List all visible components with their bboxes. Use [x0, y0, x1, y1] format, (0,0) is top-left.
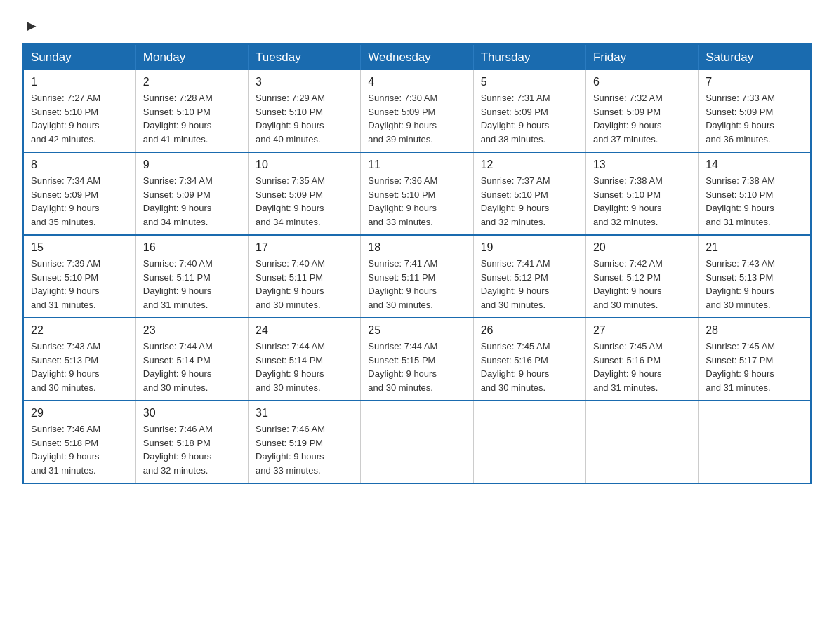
day-cell: 30Sunrise: 7:46 AMSunset: 5:18 PMDayligh…: [135, 401, 248, 483]
day-cell: 26Sunrise: 7:45 AMSunset: 5:16 PMDayligh…: [473, 318, 585, 401]
day-info: Sunrise: 7:44 AMSunset: 5:15 PMDaylight:…: [368, 340, 465, 394]
day-info: Sunrise: 7:45 AMSunset: 5:16 PMDaylight:…: [481, 340, 578, 394]
week-row-5: 29Sunrise: 7:46 AMSunset: 5:18 PMDayligh…: [23, 401, 811, 483]
day-cell: 16Sunrise: 7:40 AMSunset: 5:11 PMDayligh…: [135, 235, 248, 318]
day-cell: 7Sunrise: 7:33 AMSunset: 5:09 PMDaylight…: [699, 70, 811, 152]
day-number: 22: [31, 324, 128, 337]
header-cell-tuesday: Tuesday: [249, 44, 361, 70]
day-cell: [585, 401, 698, 483]
header-cell-sunday: Sunday: [23, 44, 135, 70]
day-info: Sunrise: 7:34 AMSunset: 5:09 PMDaylight:…: [143, 174, 241, 229]
day-number: 9: [143, 159, 241, 171]
header-cell-monday: Monday: [135, 44, 248, 70]
logo-text: ►: [22, 17, 39, 35]
day-cell: 15Sunrise: 7:39 AMSunset: 5:10 PMDayligh…: [23, 235, 135, 318]
day-number: 3: [256, 76, 353, 88]
day-info: Sunrise: 7:28 AMSunset: 5:10 PMDaylight:…: [143, 91, 241, 146]
day-cell: 29Sunrise: 7:46 AMSunset: 5:18 PMDayligh…: [23, 401, 135, 483]
day-info: Sunrise: 7:27 AMSunset: 5:10 PMDaylight:…: [31, 91, 128, 146]
day-info: Sunrise: 7:46 AMSunset: 5:18 PMDaylight:…: [31, 422, 128, 477]
day-cell: 14Sunrise: 7:38 AMSunset: 5:10 PMDayligh…: [699, 152, 811, 235]
day-cell: 1Sunrise: 7:27 AMSunset: 5:10 PMDaylight…: [23, 70, 135, 152]
day-info: Sunrise: 7:44 AMSunset: 5:14 PMDaylight:…: [143, 340, 241, 394]
day-number: 13: [593, 159, 691, 171]
day-info: Sunrise: 7:46 AMSunset: 5:19 PMDaylight:…: [256, 422, 353, 477]
day-info: Sunrise: 7:35 AMSunset: 5:09 PMDaylight:…: [256, 174, 353, 229]
day-info: Sunrise: 7:44 AMSunset: 5:14 PMDaylight:…: [256, 340, 353, 394]
day-cell: 24Sunrise: 7:44 AMSunset: 5:14 PMDayligh…: [249, 318, 361, 401]
day-number: 14: [706, 159, 803, 171]
day-info: Sunrise: 7:46 AMSunset: 5:18 PMDaylight:…: [143, 422, 241, 477]
day-info: Sunrise: 7:38 AMSunset: 5:10 PMDaylight:…: [593, 174, 691, 229]
day-number: 19: [481, 241, 578, 254]
day-info: Sunrise: 7:38 AMSunset: 5:10 PMDaylight:…: [706, 174, 803, 229]
day-number: 7: [706, 76, 803, 88]
day-number: 6: [593, 76, 691, 88]
day-number: 18: [368, 241, 465, 254]
day-number: 20: [593, 241, 691, 254]
day-cell: 21Sunrise: 7:43 AMSunset: 5:13 PMDayligh…: [699, 235, 811, 318]
day-info: Sunrise: 7:30 AMSunset: 5:09 PMDaylight:…: [368, 91, 465, 146]
day-cell: 28Sunrise: 7:45 AMSunset: 5:17 PMDayligh…: [699, 318, 811, 401]
day-cell: 25Sunrise: 7:44 AMSunset: 5:15 PMDayligh…: [361, 318, 473, 401]
day-number: 31: [256, 407, 353, 420]
day-number: 11: [368, 159, 465, 171]
day-info: Sunrise: 7:34 AMSunset: 5:09 PMDaylight:…: [31, 174, 128, 229]
header-row: SundayMondayTuesdayWednesdayThursdayFrid…: [23, 44, 811, 70]
day-number: 23: [143, 324, 241, 337]
day-cell: 2Sunrise: 7:28 AMSunset: 5:10 PMDaylight…: [135, 70, 248, 152]
day-cell: 5Sunrise: 7:31 AMSunset: 5:09 PMDaylight…: [473, 70, 585, 152]
day-cell: 22Sunrise: 7:43 AMSunset: 5:13 PMDayligh…: [23, 318, 135, 401]
header-cell-wednesday: Wednesday: [361, 44, 473, 70]
day-cell: [699, 401, 811, 483]
day-info: Sunrise: 7:29 AMSunset: 5:10 PMDaylight:…: [256, 91, 353, 146]
week-row-2: 8Sunrise: 7:34 AMSunset: 5:09 PMDaylight…: [23, 152, 811, 235]
day-number: 1: [31, 76, 128, 88]
day-number: 2: [143, 76, 241, 88]
day-number: 28: [706, 324, 803, 337]
week-row-3: 15Sunrise: 7:39 AMSunset: 5:10 PMDayligh…: [23, 235, 811, 318]
day-cell: 4Sunrise: 7:30 AMSunset: 5:09 PMDaylight…: [361, 70, 473, 152]
day-number: 29: [31, 407, 128, 420]
day-number: 8: [31, 159, 128, 171]
day-cell: 17Sunrise: 7:40 AMSunset: 5:11 PMDayligh…: [249, 235, 361, 318]
day-info: Sunrise: 7:41 AMSunset: 5:11 PMDaylight:…: [368, 257, 465, 311]
day-cell: 27Sunrise: 7:45 AMSunset: 5:16 PMDayligh…: [585, 318, 698, 401]
day-number: 5: [481, 76, 578, 88]
day-info: Sunrise: 7:45 AMSunset: 5:17 PMDaylight:…: [706, 340, 803, 394]
day-info: Sunrise: 7:40 AMSunset: 5:11 PMDaylight:…: [256, 257, 353, 311]
day-cell: 8Sunrise: 7:34 AMSunset: 5:09 PMDaylight…: [23, 152, 135, 235]
day-info: Sunrise: 7:41 AMSunset: 5:12 PMDaylight:…: [481, 257, 578, 311]
day-number: 21: [706, 241, 803, 254]
day-info: Sunrise: 7:31 AMSunset: 5:09 PMDaylight:…: [481, 91, 578, 146]
day-info: Sunrise: 7:42 AMSunset: 5:12 PMDaylight:…: [593, 257, 691, 311]
week-row-4: 22Sunrise: 7:43 AMSunset: 5:13 PMDayligh…: [23, 318, 811, 401]
day-cell: [361, 401, 473, 483]
day-cell: 9Sunrise: 7:34 AMSunset: 5:09 PMDaylight…: [135, 152, 248, 235]
day-cell: 11Sunrise: 7:36 AMSunset: 5:10 PMDayligh…: [361, 152, 473, 235]
day-cell: 13Sunrise: 7:38 AMSunset: 5:10 PMDayligh…: [585, 152, 698, 235]
day-cell: 3Sunrise: 7:29 AMSunset: 5:10 PMDaylight…: [249, 70, 361, 152]
day-info: Sunrise: 7:45 AMSunset: 5:16 PMDaylight:…: [593, 340, 691, 394]
day-cell: 10Sunrise: 7:35 AMSunset: 5:09 PMDayligh…: [249, 152, 361, 235]
day-cell: 18Sunrise: 7:41 AMSunset: 5:11 PMDayligh…: [361, 235, 473, 318]
day-cell: 12Sunrise: 7:37 AMSunset: 5:10 PMDayligh…: [473, 152, 585, 235]
day-number: 30: [143, 407, 241, 420]
day-number: 16: [143, 241, 241, 254]
day-cell: 19Sunrise: 7:41 AMSunset: 5:12 PMDayligh…: [473, 235, 585, 318]
day-number: 10: [256, 159, 353, 171]
day-info: Sunrise: 7:32 AMSunset: 5:09 PMDaylight:…: [593, 91, 691, 146]
day-cell: 20Sunrise: 7:42 AMSunset: 5:12 PMDayligh…: [585, 235, 698, 318]
week-row-1: 1Sunrise: 7:27 AMSunset: 5:10 PMDaylight…: [23, 70, 811, 152]
day-info: Sunrise: 7:36 AMSunset: 5:10 PMDaylight:…: [368, 174, 465, 229]
day-info: Sunrise: 7:39 AMSunset: 5:10 PMDaylight:…: [31, 257, 128, 311]
day-number: 15: [31, 241, 128, 254]
day-cell: 6Sunrise: 7:32 AMSunset: 5:09 PMDaylight…: [585, 70, 698, 152]
day-number: 17: [256, 241, 353, 254]
day-number: 4: [368, 76, 465, 88]
header-cell-saturday: Saturday: [699, 44, 811, 70]
logo: ►: [22, 17, 39, 32]
page-header: ►: [22, 17, 812, 32]
day-number: 24: [256, 324, 353, 337]
header-cell-friday: Friday: [585, 44, 698, 70]
